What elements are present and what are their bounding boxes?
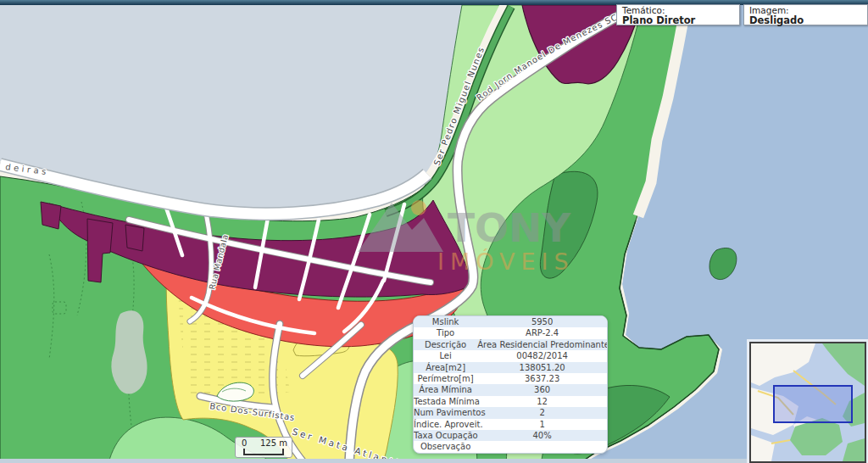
feature-info-panel: Mslink5950 TipoARP-2.4 DescriçãoÁrea Res… — [413, 315, 608, 454]
info-row: Mslink5950 — [414, 316, 607, 327]
info-row: Índice. Aproveit.1 — [414, 419, 607, 430]
info-row: Perímetro[m]3637.23 — [414, 373, 607, 384]
info-row: Lei00482/2014 — [414, 350, 607, 361]
info-row: Área Mímina360 — [414, 384, 607, 395]
watermark-logo-dot — [411, 200, 426, 215]
image-value: Desligado — [749, 16, 862, 26]
overview-minimap[interactable] — [749, 342, 866, 463]
watermark-line1: TONY — [448, 204, 571, 251]
info-row: Observação — [414, 441, 607, 452]
watermark-line2: IMÓVEIS — [437, 248, 575, 275]
scale-start: 0 — [242, 438, 247, 448]
info-row: TipoARP-2.4 — [414, 327, 607, 338]
minimap-view-rectangle[interactable] — [774, 386, 852, 422]
scale-end: 125 m — [260, 438, 287, 448]
scale-bracket — [243, 449, 284, 455]
theme-value: Plano Diretor — [622, 16, 734, 26]
info-row: Área[m2]138051.20 — [414, 362, 607, 373]
image-selector[interactable]: Imagem: Desligado — [743, 4, 868, 25]
info-row: Num Pavimentos2 — [414, 407, 607, 418]
minimap-canvas — [751, 343, 865, 461]
theme-selector[interactable]: Temático: Plano Diretor — [616, 4, 740, 25]
bottom-strip — [0, 459, 868, 463]
info-row: Testada Mínima12 — [414, 396, 607, 407]
info-row: Taxa Ocupação40% — [414, 430, 607, 441]
scale-bar: 0 125 m — [235, 437, 292, 458]
info-row: DescriçãoÁrea Residencial Predominante — [414, 339, 607, 350]
